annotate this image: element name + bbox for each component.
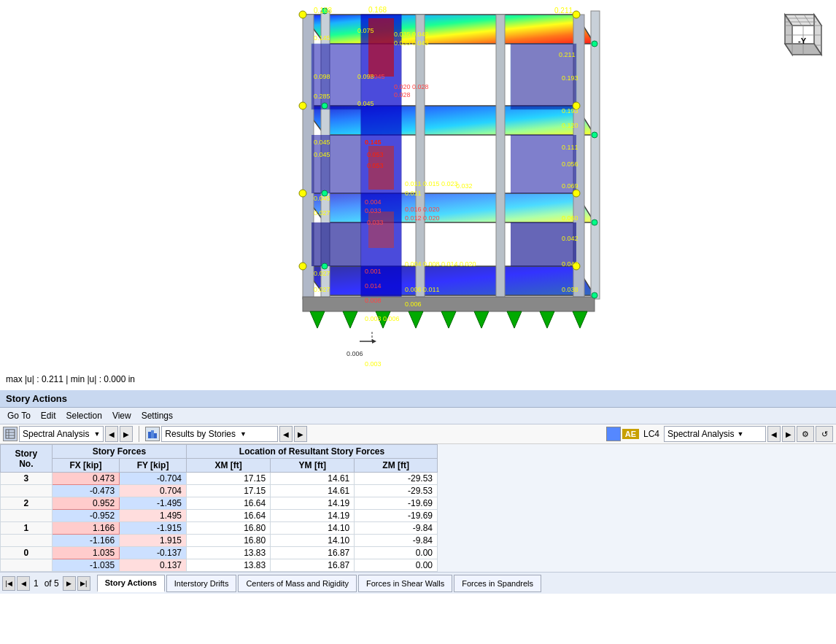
svg-text:0.020 0.028: 0.020 0.028	[394, 83, 429, 90]
svg-text:0.060: 0.060	[562, 214, 578, 222]
svg-text:0.033: 0.033	[367, 219, 384, 226]
dropdown-spectral-label: Spectral Analysis	[23, 429, 89, 439]
table-body: 30.473-0.70417.1514.61-29.53-0.4730.7041…	[1, 473, 438, 572]
page-total: of 5	[44, 578, 59, 589]
svg-text:0.033: 0.033	[365, 207, 382, 214]
page-current: 1	[34, 578, 39, 589]
svg-text:0.003: 0.003	[365, 360, 382, 368]
svg-text:0.035 0.049: 0.035 0.049	[394, 31, 429, 38]
tab-forces-in-shear-walls[interactable]: Forces in Shear Walls	[358, 575, 452, 592]
svg-rect-126	[151, 430, 154, 438]
cell-fx: -1.035	[52, 559, 119, 572]
svg-point-46	[592, 132, 597, 138]
cell-story-no	[1, 535, 53, 547]
page-next-btn[interactable]: ▶	[63, 576, 76, 591]
cell-xm: 13.83	[187, 559, 271, 572]
svg-text:0.042: 0.042	[562, 260, 578, 268]
svg-text:0.038: 0.038	[562, 286, 578, 293]
tab-interstory-drifts[interactable]: Interstory Drifts	[166, 575, 237, 592]
table-row: -0.9521.49516.6414.19-19.69	[1, 510, 438, 522]
svg-point-39	[299, 190, 306, 197]
tab-centers-of-mass-and-rigidity[interactable]: Centers of Mass and Rigidity	[238, 575, 357, 592]
page-last-btn[interactable]: ▶|	[77, 576, 90, 591]
tab-story-actions[interactable]: Story Actions	[97, 575, 165, 592]
svg-text:0.004: 0.004	[365, 198, 382, 206]
svg-text:0.168: 0.168	[314, 7, 332, 15]
cell-zm: 0.00	[355, 559, 438, 572]
svg-rect-25	[303, 297, 595, 311]
svg-text:0.011: 0.011	[405, 190, 422, 197]
svg-marker-5	[303, 193, 595, 222]
nav-prev-1[interactable]: ◀	[105, 426, 118, 442]
cell-fx: 1.166	[52, 522, 119, 535]
menu-selection[interactable]: Selection	[62, 409, 107, 422]
page-first-btn[interactable]: |◀	[2, 576, 15, 591]
dropdown-results[interactable]: Results by Stories ▼	[161, 426, 278, 442]
cell-story-no	[1, 485, 53, 497]
page-prev-btn[interactable]: ◀	[17, 576, 30, 591]
col-group-location: Location of Resultant Story Forces	[187, 445, 438, 459]
svg-text:0.006 0.011: 0.006 0.011	[405, 286, 440, 293]
dropdown-analysis-arrow: ▼	[737, 430, 743, 438]
svg-text:0.006: 0.006	[405, 300, 422, 308]
dropdown-spectral[interactable]: Spectral Analysis ▼	[19, 426, 104, 442]
svg-text:0.045: 0.045	[368, 73, 385, 80]
refresh-icon[interactable]: ↺	[816, 426, 833, 442]
cell-xm: 17.15	[187, 473, 271, 485]
svg-text:0.006: 0.006	[347, 350, 363, 357]
cell-ym: 14.19	[271, 510, 355, 522]
cell-xm: 17.15	[187, 485, 271, 497]
svg-text:0.211: 0.211	[559, 51, 576, 58]
cell-ym: 16.87	[271, 547, 355, 559]
dropdown-analysis[interactable]: Spectral Analysis ▼	[664, 426, 766, 442]
svg-text:0.145: 0.145	[365, 139, 382, 146]
menu-view[interactable]: View	[108, 409, 136, 422]
menu-edit[interactable]: Edit	[36, 409, 61, 422]
col-fx: FX [kip]	[52, 459, 119, 473]
cell-fx: -0.473	[52, 485, 119, 497]
page-current-num: 1	[34, 578, 39, 589]
cell-story-no: 3	[1, 473, 53, 485]
svg-rect-13	[416, 15, 425, 299]
settings-icon[interactable]: ⚙	[797, 426, 814, 442]
nav-prev-3[interactable]: ◀	[767, 426, 781, 442]
svg-rect-18	[368, 212, 394, 248]
col-fy: FY [kip]	[120, 459, 187, 473]
nav-next-3[interactable]: ▶	[782, 426, 795, 442]
cell-ym: 14.61	[271, 473, 355, 485]
cell-fx: 0.473	[52, 473, 119, 485]
color-swatch[interactable]	[606, 427, 621, 441]
svg-text:0.056: 0.056	[562, 160, 578, 168]
svg-rect-24	[511, 222, 576, 266]
svg-rect-127	[154, 433, 157, 438]
cell-fx: -0.952	[52, 510, 119, 522]
menu-settings[interactable]: Settings	[137, 409, 177, 422]
svg-point-41	[299, 263, 306, 270]
dropdown-results-label: Results by Stories	[165, 429, 236, 439]
svg-rect-125	[148, 432, 151, 438]
cell-zm: -19.69	[355, 510, 438, 522]
col-group-story-forces: Story Forces	[52, 445, 186, 459]
cell-ym: 14.19	[271, 497, 355, 510]
tab-forces-in-spandrels[interactable]: Forces in Spandrels	[454, 575, 541, 592]
svg-marker-3	[303, 106, 595, 135]
svg-marker-7	[303, 266, 595, 295]
svg-text:0.120: 0.120	[562, 122, 578, 129]
table-row: 01.035-0.13713.8316.870.00	[1, 547, 438, 559]
tab-bar: Story ActionsInterstory DriftsCenters of…	[97, 575, 541, 592]
svg-point-45	[322, 103, 328, 109]
viewport: LC4 - Spectral Analysis Spectral Analysi…	[0, 0, 836, 390]
menu-goto[interactable]: Go To	[3, 409, 35, 422]
svg-rect-121	[6, 430, 15, 438]
cell-fy: -0.137	[120, 547, 187, 559]
cell-xm: 13.83	[187, 547, 271, 559]
svg-text:0.098: 0.098	[314, 73, 330, 80]
svg-rect-23	[311, 222, 361, 266]
svg-point-48	[592, 220, 597, 225]
cube-navigator[interactable]: -Y	[770, 7, 829, 66]
nav-next-1[interactable]: ▶	[120, 426, 133, 442]
table-container: StoryNo. Story Forces Location of Result…	[0, 444, 836, 572]
nav-prev-2[interactable]: ◀	[279, 426, 293, 442]
svg-text:0.045: 0.045	[314, 151, 330, 158]
nav-next-2[interactable]: ▶	[294, 426, 307, 442]
